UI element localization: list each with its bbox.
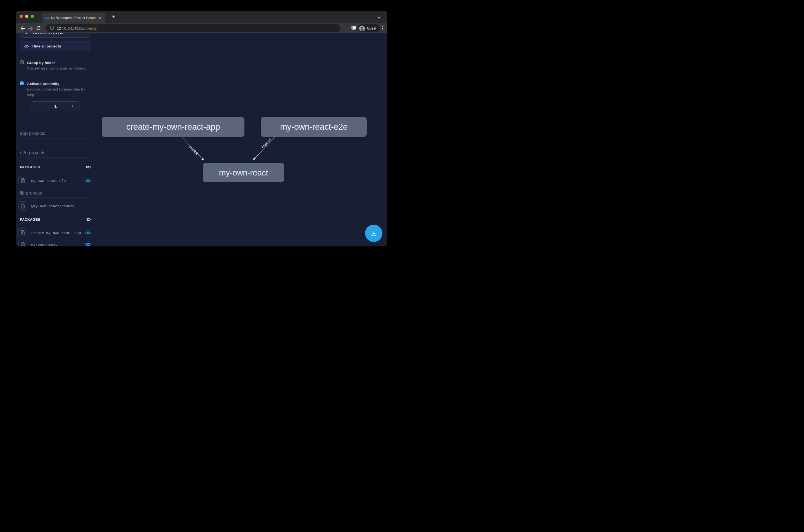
packages-section-header: PACKAGES	[20, 165, 91, 169]
app-projects-heading: app projects	[20, 131, 91, 139]
nx-favicon-icon: Nx	[45, 16, 49, 20]
toggle-all-eye-icon[interactable]	[85, 217, 91, 222]
e2e-projects-heading: e2e projects	[20, 150, 91, 157]
project-row[interactable]: my-own-react	[18, 240, 91, 246]
check-icon	[20, 82, 23, 84]
project-name: @my-own-react/source	[31, 204, 91, 208]
activate-proximity-option: Activate proximity Explore connected lib…	[20, 81, 92, 98]
activate-proximity-label: Activate proximity	[27, 81, 91, 87]
graph-edges: implicit implicit	[95, 33, 387, 246]
group-by-folder-checkbox[interactable]	[20, 60, 24, 64]
group-by-folder-description: Visually arrange libraries by folders.	[27, 66, 91, 71]
hide-all-projects-label: Hide all projects	[32, 44, 61, 48]
window-controls	[20, 15, 34, 18]
eye-icon	[24, 33, 29, 35]
tab-strip: Nx Nx Workspace Project Graph ✕ +	[16, 11, 387, 23]
increment-button[interactable]: +	[66, 101, 79, 111]
packages-label: PACKAGES	[20, 218, 40, 222]
project-file-icon	[18, 176, 27, 185]
tab-search-chevron-icon[interactable]	[377, 15, 381, 20]
show-all-projects-label: Show all projects	[32, 33, 63, 35]
project-name: my-own-react-e2e	[31, 178, 81, 183]
minimize-window-button[interactable]	[25, 15, 28, 18]
activate-proximity-checkbox[interactable]	[20, 81, 24, 85]
profile-chip[interactable]: Guest	[358, 24, 380, 32]
project-row[interactable]: create-my-own-react-app	[18, 228, 91, 237]
address-bar[interactable]: 127.0.0.1:4211/projects	[46, 24, 341, 32]
show-all-projects-button[interactable]: Show all projects	[20, 33, 90, 38]
forward-button[interactable]	[27, 24, 35, 32]
eye-slash-icon	[24, 44, 29, 49]
graph-node-my-own-react[interactable]: my-own-react	[203, 163, 284, 183]
download-graph-button[interactable]	[365, 225, 382, 242]
focus-eye-icon[interactable]	[85, 231, 91, 235]
focus-eye-icon[interactable]	[85, 178, 91, 183]
hide-all-projects-button[interactable]: Hide all projects	[20, 41, 90, 51]
group-by-folder-label: Group by folder	[27, 60, 91, 66]
download-icon	[370, 230, 378, 237]
project-row[interactable]: my-own-react-e2e	[18, 176, 91, 185]
group-by-folder-option: Group by folder Visually arrange librari…	[20, 60, 92, 71]
project-graph-canvas[interactable]: implicit implicit create-my-own-react-ap…	[95, 33, 387, 246]
browser-tab[interactable]: Nx Nx Workspace Project Graph ✕	[42, 13, 106, 23]
project-row[interactable]: @my-own-react/source	[18, 202, 91, 211]
toggle-all-eye-icon[interactable]	[85, 165, 91, 169]
desktop-background: Nx Nx Workspace Project Graph ✕ +	[0, 0, 402, 266]
sidebar-divider	[16, 120, 95, 121]
tab-title: Nx Workspace Project Graph	[51, 16, 95, 20]
graph-node-my-own-react-e2e[interactable]: my-own-react-e2e	[261, 117, 367, 137]
packages-section-header: PACKAGES	[20, 217, 91, 222]
close-window-button[interactable]	[20, 15, 23, 18]
sidebar: Show all projects Hide all projects Grou…	[16, 33, 95, 246]
site-info-icon[interactable]	[50, 26, 54, 31]
proximity-depth-stepper: − 1 +	[31, 101, 79, 111]
activate-proximity-description: Explore connected libraries step by step…	[27, 87, 91, 98]
project-name: my-own-react	[31, 242, 81, 246]
decrement-button[interactable]: −	[31, 101, 45, 111]
browser-toolbar: 127.0.0.1:4211/projects Guest	[16, 23, 387, 33]
reload-button[interactable]	[35, 24, 42, 32]
focus-eye-icon[interactable]	[85, 242, 91, 247]
side-panel-icon[interactable]	[351, 26, 356, 31]
lib-projects-heading: lib projects	[20, 190, 91, 197]
packages-label: PACKAGES	[20, 165, 40, 169]
url-text: 127.0.0.1:4211/projects	[57, 26, 97, 30]
page-content: Show all projects Hide all projects Grou…	[16, 33, 387, 246]
browser-menu-icon[interactable]	[381, 25, 384, 31]
profile-name: Guest	[367, 26, 376, 30]
edge-label: implicit	[261, 137, 272, 149]
browser-window: Nx Nx Workspace Project Graph ✕ +	[16, 11, 387, 246]
graph-node-create-my-own-react-app[interactable]: create-my-own-react-app	[102, 117, 245, 137]
project-file-icon	[18, 240, 27, 246]
edge-label: implicit	[188, 144, 199, 156]
back-button[interactable]	[19, 24, 27, 32]
project-file-icon	[18, 228, 27, 237]
new-tab-button[interactable]: +	[110, 14, 117, 20]
avatar	[359, 25, 365, 32]
project-name: create-my-own-react-app	[31, 231, 81, 235]
fullscreen-window-button[interactable]	[31, 15, 34, 18]
project-file-icon	[18, 202, 27, 211]
depth-value: 1	[45, 101, 66, 111]
tab-close-icon[interactable]: ✕	[98, 16, 103, 20]
